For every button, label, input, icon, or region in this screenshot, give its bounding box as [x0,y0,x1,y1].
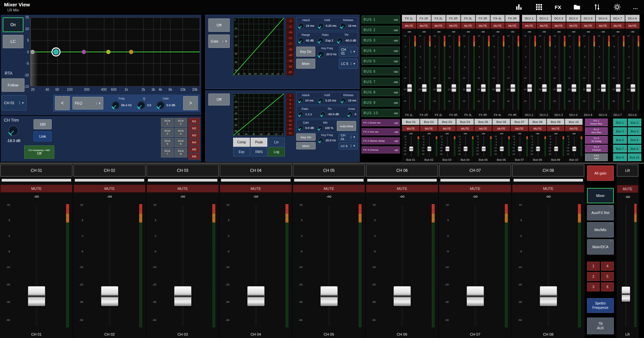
main-fader[interactable] [617,200,638,331]
trim-knob[interactable] [8,125,19,136]
bus-master-select-button[interactable]: Bus 01 [402,119,420,125]
settings-gear-icon[interactable] [613,3,622,11]
dca-fader-cap[interactable] [601,84,606,92]
channel-fader-cap[interactable] [28,286,45,306]
comp-attack-knob[interactable] [298,97,304,104]
dca-fader-cap[interactable] [630,84,635,92]
channel-fader[interactable]: 1050-5-10-20-30-50 [74,200,145,331]
fx-return-select-button[interactable]: FX 2R [446,15,461,22]
channel-mute-button[interactable]: MUTE [73,185,146,193]
io-routing-icon[interactable] [593,3,601,11]
bus-master-mute-button[interactable]: MUTE [529,126,546,131]
bus-master-mute-button[interactable]: MUTE [547,126,565,131]
eq-graph[interactable] [30,17,200,86]
sidebar-number-button[interactable]: 5 [601,272,614,281]
bus-send-row[interactable]: BUS 7-oo [362,78,400,86]
dca-assign-button[interactable]: DCA1 [161,118,174,127]
sidebar-number-button[interactable]: 6 [601,282,614,291]
fx-return-fader-cap[interactable] [481,84,486,92]
dca-select-button[interactable]: DCA 8 [625,15,640,22]
bus-master-fader[interactable]: 1050-5-10-20-30 [529,135,546,157]
bus-master-fader[interactable]: 1050-5-10-20-30 [438,135,456,157]
gate-thr-knob[interactable] [337,37,343,44]
main-fader-cap[interactable] [622,286,630,302]
gate-lc-select[interactable]: LC 6 ▼ [339,59,358,69]
apps-grid-icon[interactable] [535,3,543,11]
fx-return-select-button[interactable]: FX 2L [431,15,446,22]
channel-mute-button[interactable]: MUTE [512,185,584,193]
talkback-aux-button[interactable]: TB AUX [587,318,614,334]
bus-send-row[interactable]: BUS 10-oo [362,109,400,117]
fx-return-mute-button[interactable]: MUTE [476,22,490,29]
sidebar-view-mix-mtx[interactable]: Mix/Mtx⋯ [587,222,614,238]
bus-master-select-button[interactable]: Bus 02 [420,119,438,125]
fx-send-row[interactable]: FX 2 Vox rev-oo [362,128,400,135]
gate-range-knob[interactable] [298,37,305,44]
dca-mute-button[interactable]: MUTE [596,22,610,29]
eq-q-knob[interactable] [137,101,146,110]
bus-master-select-button[interactable]: Bus 04 [456,119,474,125]
fx-button[interactable]: FX [555,3,561,11]
dca-mute-button[interactable]: MUTE [566,22,581,29]
comp-gain-knob[interactable] [298,125,304,131]
more-menu-button[interactable]: … [633,3,638,11]
channel-mute-button[interactable]: MUTE [293,185,365,193]
headamp-48v-button[interactable]: CH Headamp +48V Off [24,145,54,159]
next-band-button[interactable]: > [183,96,198,110]
eq-band-4-handle[interactable] [129,50,133,54]
fx-return-fader-cap[interactable] [466,84,471,92]
mute-group-button[interactable]: M1 [189,118,200,124]
bus-send-row[interactable]: BUS 4-oo [362,47,400,55]
dca-fader[interactable]: 1050-5-10-20-30 [625,34,640,112]
mute-group-button[interactable]: M4 [189,139,200,145]
bus-master-fader-cap[interactable] [427,146,432,151]
bus-select-button[interactable]: Bus 5 [613,136,627,144]
channel-fader-cap[interactable] [247,286,265,306]
comp-thr-knob[interactable] [320,111,326,117]
dca-fader[interactable]: 1050-5-10-20-30 [610,34,625,112]
bus-select-button[interactable]: Bus 9 [613,153,627,161]
dca-assign-button[interactable]: DCA7 [161,148,174,157]
bus-select-button[interactable]: Bus 7 [613,145,627,152]
bus-master-fader-cap[interactable] [464,146,468,151]
fx-return-fader[interactable]: 1050-5-10-20-30 [461,34,475,112]
mute-group-button[interactable]: M5 [189,146,200,152]
bus-master-fader[interactable]: 1050-5-10-20-30 [511,135,528,157]
bus-master-fader-cap[interactable] [445,146,450,151]
dca-fader-cap[interactable] [571,84,576,92]
bus-master-mute-button[interactable]: MUTE [492,126,510,131]
dca-select-button[interactable]: DCA 1 [522,15,536,22]
channel-select-button[interactable]: CH 03 [147,164,219,177]
sidebar-view-aux-fx-ret[interactable]: Aux/FX Ret⋯ [587,205,614,220]
dca-mute-button[interactable]: MUTE [625,22,640,29]
dca-fader-cap[interactable] [615,84,621,92]
channel-fader[interactable]: 1050-5-10-20-30-50 [294,200,364,331]
dca-assign-button[interactable]: DCA8 [174,148,187,157]
bus-select-button[interactable]: Bus 1 [613,119,627,126]
bus-send-row[interactable]: BUS 2-oo [362,26,400,34]
bus-master-fader-cap[interactable] [536,146,540,151]
bus-master-fader[interactable]: 1050-5-10-20-30 [420,135,438,157]
dca-assign-button[interactable]: DCA5 [161,138,174,147]
channel-fader[interactable]: 1050-5-10-20-30-50 [513,200,583,331]
bus-send-row[interactable]: BUS 6-oo [362,67,400,75]
eq-type-select[interactable]: PEQ ▼ [72,97,103,110]
bus-select-button[interactable]: Bus 2 [628,119,642,126]
channel-fader[interactable]: 1050-5-10-20-30-50 [148,200,218,331]
dca-select-button[interactable]: DCA 3 [551,15,566,22]
fx-return-select-button[interactable]: FX 3R [476,15,490,22]
channel-fader-cap[interactable] [101,286,118,306]
fx-return-fader[interactable]: 1050-5-10-20-30 [476,34,490,112]
fx-return-mute-button[interactable]: MUTE [505,22,520,29]
channel-select-button[interactable]: CH 01 [0,164,72,177]
fx-master-button-5[interactable]: FX3TAP [585,153,608,161]
comp-toggle-peak[interactable]: Peak [251,138,267,147]
channel-mute-button[interactable]: MUTE [147,185,219,193]
gate-key-source-select[interactable]: CH 01 ▼ [339,47,358,57]
fx-return-fader[interactable]: 1050-5-10-20-30 [505,34,520,112]
comp-toggle-lin[interactable]: Lin [268,138,285,147]
bus-send-row[interactable]: BUS 1-oo [362,15,400,23]
comp-hold-knob[interactable] [318,97,324,104]
bus-select-button[interactable]: Bus 4 [628,127,642,135]
sidebar-view-main-dca[interactable]: Main/DCA⋯ [587,239,614,255]
